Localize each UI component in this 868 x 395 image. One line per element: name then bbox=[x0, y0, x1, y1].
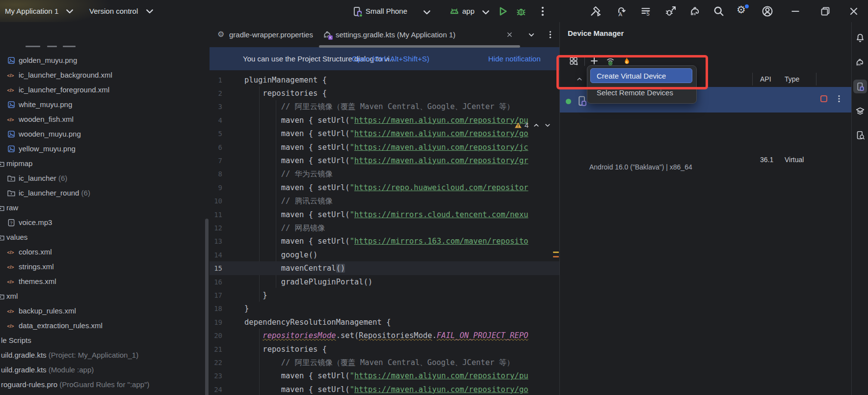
code-text: // 腾讯云镜像 bbox=[244, 194, 333, 208]
tree-item[interactable]: uild.gradle.kts (Module :app) bbox=[0, 363, 205, 377]
code-line[interactable]: 24 maven { setUrl("https://maven.aliyun.… bbox=[210, 383, 559, 395]
code-line[interactable]: 23 maven { setUrl("https://maven.aliyun.… bbox=[210, 369, 559, 383]
minimize-button[interactable] bbox=[789, 5, 801, 17]
search-icon[interactable] bbox=[713, 5, 725, 17]
debug-button[interactable] bbox=[515, 5, 527, 17]
firebase-flame-icon[interactable] bbox=[622, 56, 631, 66]
build-icon[interactable] bbox=[589, 5, 601, 17]
tree-scrollbar[interactable] bbox=[205, 219, 209, 395]
tree-item[interactable]: yellow_muyu.png bbox=[0, 141, 205, 156]
code-line[interactable]: 15 mavenCentral() bbox=[210, 261, 559, 275]
tree-item[interactable]: strings.xml bbox=[0, 259, 205, 274]
code-line[interactable]: 1pluginManagement { bbox=[210, 73, 559, 87]
tree-item[interactable]: themes.xml bbox=[0, 274, 205, 289]
tree-item[interactable]: uild.gradle.kts (Project: My_Application… bbox=[0, 348, 205, 363]
code-line[interactable]: 12 // 网易镜像 bbox=[210, 221, 559, 235]
code-editor[interactable]: 1pluginManagement {2 repositories {3 // … bbox=[210, 70, 559, 395]
gradle-sync-icon[interactable] bbox=[689, 5, 701, 17]
column-api[interactable]: API bbox=[760, 71, 771, 87]
tree-item[interactable]: le Scripts bbox=[0, 333, 205, 348]
code-line[interactable]: 14 google() bbox=[210, 248, 559, 262]
ai-actions-icon[interactable] bbox=[615, 5, 627, 17]
banner-open-link[interactable]: Open (Ctrl+Alt+Shift+S) bbox=[352, 47, 429, 70]
tree-item-label: ic_launcher_background.xml bbox=[19, 68, 112, 83]
code-line[interactable]: 6 maven { setUrl("https://maven.aliyun.c… bbox=[210, 141, 559, 154]
tab-list-chevron-icon[interactable] bbox=[527, 30, 536, 39]
column-type[interactable]: Type bbox=[785, 71, 799, 87]
menu-item-create-virtual-device[interactable]: Create Virtual Device bbox=[590, 68, 692, 83]
line-number: 20 bbox=[210, 329, 222, 342]
profile-icon[interactable] bbox=[762, 5, 773, 17]
next-problem-chevron-icon[interactable] bbox=[544, 121, 552, 129]
code-line[interactable]: 22 // 阿里云镜像（覆盖 Maven Central、Google、JCen… bbox=[210, 356, 559, 369]
device-selector[interactable]: Small Phone bbox=[366, 0, 407, 22]
tree-item[interactable]: ic_launcher_background.xml bbox=[0, 68, 205, 83]
code-line[interactable]: 20 repositoriesMode.set(RepositoriesMode… bbox=[210, 329, 559, 342]
tree-item-suffix: (Project: My_Application_1) bbox=[47, 351, 139, 359]
code-line[interactable]: 17 } bbox=[210, 288, 559, 302]
restore-button[interactable] bbox=[819, 5, 831, 17]
stop-device-button[interactable] bbox=[819, 94, 829, 104]
code-line[interactable]: 4 maven { setUrl("https://maven.aliyun.c… bbox=[210, 113, 559, 127]
prev-problem-chevron-icon[interactable] bbox=[532, 121, 540, 129]
tree-item[interactable]: colors.xml bbox=[0, 245, 205, 259]
line-number: 22 bbox=[210, 356, 222, 369]
code-line[interactable]: 8 // 华为云镜像 bbox=[210, 167, 559, 181]
notifications-bell-icon[interactable] bbox=[855, 33, 865, 43]
add-device-plus-icon[interactable] bbox=[589, 56, 599, 66]
run-config-selector[interactable]: app bbox=[462, 0, 474, 22]
close-tab-icon[interactable] bbox=[506, 31, 513, 38]
run-button[interactable] bbox=[497, 5, 508, 17]
code-line[interactable]: 7 maven { setUrl("https://maven.aliyun.c… bbox=[210, 154, 559, 168]
device-options-kebab-icon[interactable] bbox=[835, 94, 843, 103]
tree-item[interactable]: wooden_muyu.png bbox=[0, 127, 205, 141]
code-line[interactable]: 2 repositories { bbox=[210, 86, 559, 100]
code-line[interactable]: 9 maven { setUrl("https://repo.huaweiclo… bbox=[210, 181, 559, 195]
tree-item[interactable]: data_extraction_rules.xml bbox=[0, 318, 205, 333]
tree-item[interactable]: ic_launcher_round (6) bbox=[0, 186, 205, 200]
code-line[interactable]: 21 repositories { bbox=[210, 342, 559, 356]
tree-item[interactable]: xml bbox=[0, 289, 205, 304]
tree-item[interactable]: mipmap bbox=[0, 156, 205, 171]
attach-debugger-icon[interactable] bbox=[665, 5, 677, 17]
device-manager-icon[interactable] bbox=[855, 82, 865, 91]
tree-item[interactable]: wooden_fish.xml bbox=[0, 112, 205, 127]
project-selector[interactable]: My Application 1 bbox=[5, 0, 58, 22]
vcs-widget[interactable]: Version control bbox=[89, 0, 138, 22]
gradle-icon[interactable] bbox=[855, 57, 865, 67]
device-explorer-icon[interactable] bbox=[855, 130, 865, 140]
tree-item[interactable]: white_muyu.png bbox=[0, 97, 205, 112]
tree-item[interactable]: values bbox=[0, 230, 205, 245]
tab-options-kebab-icon[interactable] bbox=[546, 30, 555, 39]
tree-item[interactable]: voice.mp3 bbox=[0, 215, 205, 230]
group-devices-icon[interactable] bbox=[569, 56, 579, 66]
tree-item[interactable]: roguard-rules.pro (ProGuard Rules for ":… bbox=[0, 377, 205, 392]
tab-settings-gradle[interactable]: K settings.gradle.kts (My Application 1) bbox=[319, 22, 520, 47]
warning-stripe-marker[interactable] bbox=[553, 252, 559, 253]
tab-gradle-wrapper[interactable]: ⚙ gradle-wrapper.properties bbox=[216, 22, 315, 47]
warning-stripe-marker[interactable] bbox=[553, 256, 559, 257]
tab-label: settings.gradle.kts (My Application 1) bbox=[336, 22, 455, 47]
code-line[interactable]: 18} bbox=[210, 302, 559, 315]
tree-item[interactable]: raw bbox=[0, 200, 205, 215]
code-line[interactable]: 5 maven { setUrl("https://maven.aliyun.c… bbox=[210, 127, 559, 141]
tree-item[interactable]: ic_launcher (6) bbox=[0, 171, 205, 186]
settings-gear-icon[interactable]: ⚙ bbox=[736, 4, 746, 16]
code-line[interactable]: 3 // 阿里云镜像（覆盖 Maven Central、Google、JCent… bbox=[210, 100, 559, 113]
menu-item-select-remote-devices[interactable]: Select Remote Devices bbox=[597, 85, 673, 100]
structure-icon[interactable] bbox=[855, 106, 865, 116]
code-line[interactable]: 16 gradlePluginPortal() bbox=[210, 275, 559, 289]
tree-item[interactable]: ic_launcher_foreground.xml bbox=[0, 83, 205, 97]
tree-item[interactable]: backup_rules.xml bbox=[0, 304, 205, 318]
collapse-chevron-icon[interactable] bbox=[576, 75, 583, 83]
pair-wifi-icon[interactable] bbox=[605, 56, 615, 66]
more-actions-icon[interactable] bbox=[537, 5, 549, 17]
banner-hide-link[interactable]: Hide notification bbox=[488, 47, 541, 70]
code-line[interactable]: 13 maven { setUrl("https://mirrors.163.c… bbox=[210, 234, 559, 248]
code-line[interactable]: 11 maven { setUrl("https://mirrors.cloud… bbox=[210, 208, 559, 222]
code-line[interactable]: 19dependencyResolutionManagement { bbox=[210, 315, 559, 329]
close-button[interactable] bbox=[848, 5, 860, 17]
tree-item[interactable]: golden_muyu.png bbox=[0, 53, 205, 68]
code-line[interactable]: 10 // 腾讯云镜像 bbox=[210, 194, 559, 208]
task-list-icon[interactable] bbox=[640, 5, 652, 17]
